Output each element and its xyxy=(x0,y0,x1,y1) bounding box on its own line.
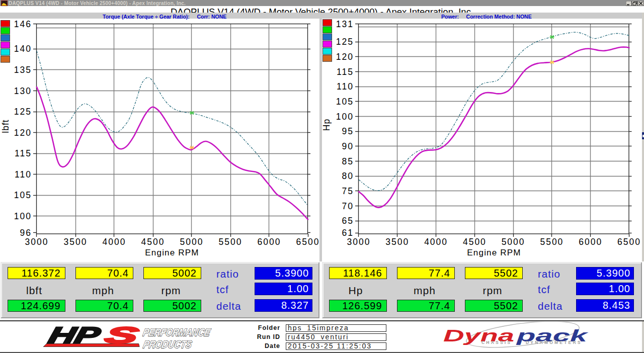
svg-text:lbft: lbft xyxy=(1,119,11,133)
svg-text:85: 85 xyxy=(342,156,354,166)
svg-text:HP: HP xyxy=(46,323,103,348)
svg-text:146: 146 xyxy=(14,19,32,29)
svg-text:5500: 5500 xyxy=(540,237,564,247)
svg-text:115: 115 xyxy=(337,67,354,77)
svg-text:120: 120 xyxy=(336,52,354,62)
svg-text:120: 120 xyxy=(14,128,32,138)
svg-text:5500: 5500 xyxy=(219,237,243,247)
svg-text:4000: 4000 xyxy=(424,237,448,247)
svg-text:70: 70 xyxy=(342,201,354,211)
svg-text:CHASSIS: CHASSIS xyxy=(481,340,512,345)
svg-text:105: 105 xyxy=(14,190,32,200)
svg-text:S: S xyxy=(103,323,141,348)
svg-text:125: 125 xyxy=(336,37,354,47)
svg-text:110: 110 xyxy=(15,169,32,180)
svg-text:65: 65 xyxy=(342,216,354,226)
svg-text:100: 100 xyxy=(336,112,354,122)
svg-text:PRODUCTS: PRODUCTS xyxy=(142,338,193,350)
svg-text:100: 100 xyxy=(14,211,32,221)
svg-text:5000: 5000 xyxy=(502,237,525,247)
svg-text:110: 110 xyxy=(337,81,354,92)
svg-text:105: 105 xyxy=(336,97,354,107)
svg-text:4000: 4000 xyxy=(103,237,126,247)
svg-text:6000: 6000 xyxy=(579,237,602,247)
svg-text:115: 115 xyxy=(15,148,32,158)
svg-text:Hp: Hp xyxy=(321,119,332,131)
svg-text:125: 125 xyxy=(14,107,32,117)
svg-text:75: 75 xyxy=(342,186,354,196)
svg-text:135: 135 xyxy=(14,65,32,75)
svg-text:90: 90 xyxy=(342,141,354,151)
svg-text:PERFORMANCE: PERFORMANCE xyxy=(142,326,212,338)
svg-text:80: 80 xyxy=(342,171,354,181)
svg-text:3000: 3000 xyxy=(347,237,371,247)
svg-text:3000: 3000 xyxy=(25,237,49,247)
svg-text:130: 130 xyxy=(14,86,32,96)
svg-text:6500: 6500 xyxy=(296,237,320,247)
svg-text:61: 61 xyxy=(342,228,354,238)
svg-text:3500: 3500 xyxy=(385,237,409,247)
svg-text:4500: 4500 xyxy=(141,237,165,247)
svg-text:Engine RPM: Engine RPM xyxy=(467,248,521,257)
svg-text:131: 131 xyxy=(336,19,354,29)
svg-text:6000: 6000 xyxy=(258,237,281,247)
svg-text:6500: 6500 xyxy=(617,237,641,247)
svg-text:95: 95 xyxy=(342,126,354,136)
svg-text:96: 96 xyxy=(20,228,32,238)
svg-text:3500: 3500 xyxy=(64,237,88,247)
svg-text:140: 140 xyxy=(14,44,32,54)
svg-text:5000: 5000 xyxy=(180,237,204,247)
svg-text:DYNAMOMETERS: DYNAMOMETERS xyxy=(526,340,582,345)
svg-text:4500: 4500 xyxy=(463,237,487,247)
svg-text:Engine RPM: Engine RPM xyxy=(145,248,199,257)
